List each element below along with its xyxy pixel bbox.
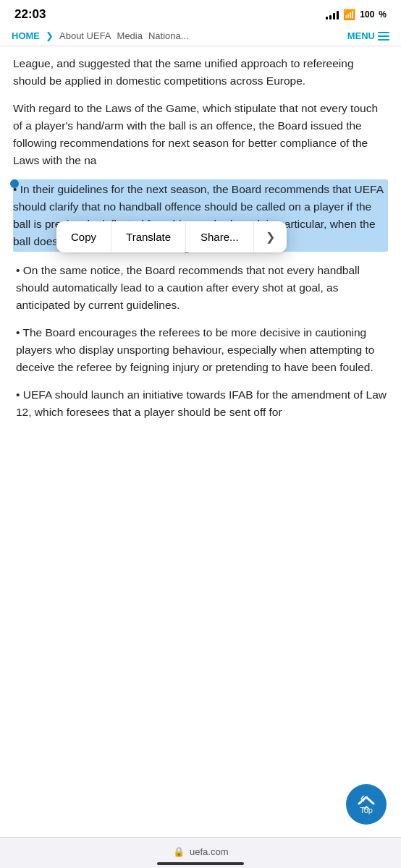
context-copy[interactable]: Copy [56, 222, 111, 252]
para1: With regard to the Laws of the Game, whi… [13, 100, 388, 169]
nav-bar: HOME ❯ About UEFA Media Nationa... MENU [0, 26, 401, 46]
para1-container: With regard to the Laws of the Game, whi… [13, 100, 388, 169]
hamburger-icon [378, 32, 389, 41]
scroll-top-label: Top [360, 806, 373, 814]
lock-icon: 🔒 [173, 846, 185, 857]
status-bar: 22:03 📶 100 % [0, 0, 401, 26]
context-more-arrow[interactable]: ❯ [254, 221, 287, 252]
battery-icon: 100 [360, 9, 374, 20]
nav-home-link[interactable]: HOME [12, 30, 40, 41]
bullet3-text: • The Board encourages the referees to b… [16, 326, 374, 373]
arrow-up-icon [358, 795, 375, 805]
nav-menu-button[interactable]: MENU [347, 30, 389, 41]
home-indicator [157, 862, 244, 865]
battery-percent: % [379, 9, 387, 20]
url-text[interactable]: uefa.com [190, 846, 228, 857]
context-translate[interactable]: Translate [111, 222, 186, 252]
bullet2-container: • On the same notice, the Board recommen… [13, 262, 388, 314]
context-share[interactable]: Share... [186, 222, 254, 252]
scroll-top-button[interactable]: ‹⌃ Top [346, 784, 387, 825]
signal-icon [326, 9, 339, 20]
nav-about[interactable]: About UEFA [59, 30, 111, 41]
nav-chevron-icon: ❯ [46, 30, 54, 41]
bullet4-container: • UEFA should launch an initiative towar… [13, 386, 388, 421]
wifi-icon: 📶 [343, 9, 355, 20]
article-content: League, and suggested that the same unif… [0, 46, 401, 421]
bullet2-text: • On the same notice, the Board recommen… [16, 264, 360, 311]
nav-national[interactable]: Nationa... [148, 30, 189, 41]
bullet4-text: • UEFA should launch an initiative towar… [16, 388, 387, 418]
status-time: 22:03 [14, 7, 46, 22]
bullet3-container: • The Board encourages the referees to b… [13, 324, 388, 376]
context-menu: Copy Translate Share... ❯ [56, 221, 287, 252]
intro-paragraph: League, and suggested that the same unif… [13, 55, 388, 90]
nav-media[interactable]: Media [117, 30, 143, 41]
selection-handle-top [10, 179, 19, 188]
status-icons: 📶 100 % [326, 9, 387, 20]
